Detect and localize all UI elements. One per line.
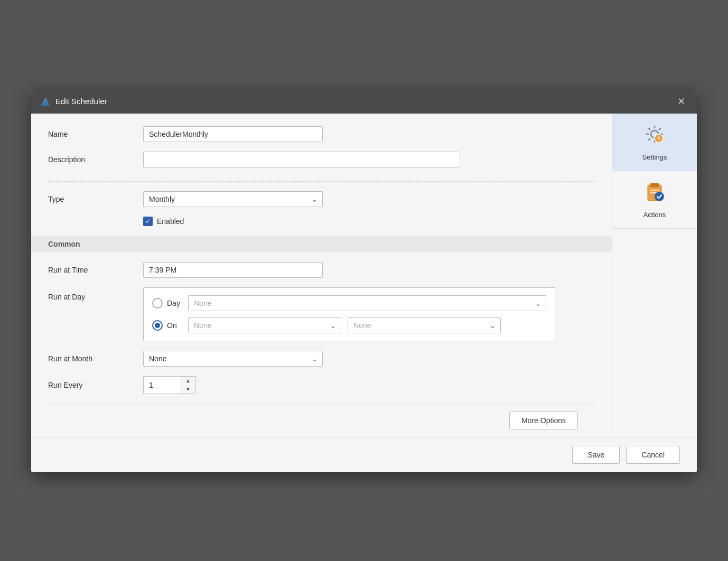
svg-point-18 xyxy=(655,192,664,201)
app-logo-icon xyxy=(40,96,51,107)
run-every-label: Run Every xyxy=(48,381,143,389)
main-content: Name Description Type Monthly Daily Week… xyxy=(31,114,612,437)
run-at-month-row: Run at Month None ⌄ xyxy=(48,351,595,367)
run-every-row: Run Every ▲ ▼ xyxy=(48,376,595,394)
radio-inner-dot xyxy=(155,323,160,328)
name-label: Name xyxy=(48,130,143,138)
on-none2-select-wrapper: None ⌄ xyxy=(348,317,501,333)
dialog-title: Edit Scheduler xyxy=(55,97,107,106)
sidebar-item-actions[interactable]: Actions xyxy=(612,171,697,229)
cancel-button[interactable]: Cancel xyxy=(626,446,680,464)
run-at-day-row: Run at Day Day None ⌄ xyxy=(48,287,595,341)
type-select[interactable]: Monthly Daily Weekly Hourly xyxy=(143,191,323,207)
enabled-label: Enabled xyxy=(157,217,184,226)
actions-icon xyxy=(643,181,666,208)
titlebar: Edit Scheduler ✕ xyxy=(31,89,697,114)
actions-label: Actions xyxy=(643,211,666,219)
description-input[interactable] xyxy=(143,152,460,167)
footer-actions: More Options xyxy=(48,404,595,437)
run-at-time-input[interactable] xyxy=(143,262,323,278)
dialog-footer: Save Cancel xyxy=(31,437,697,472)
name-row: Name xyxy=(48,126,595,142)
description-row: Description xyxy=(48,152,595,167)
titlebar-left: Edit Scheduler xyxy=(40,96,107,107)
on-none2-select[interactable]: None xyxy=(348,317,501,333)
type-select-wrapper: Monthly Daily Weekly Hourly ⌄ xyxy=(143,191,323,207)
checkmark-icon: ✓ xyxy=(145,218,151,225)
svg-line-7 xyxy=(648,128,650,130)
on-radio-row: On None ⌄ None ⌄ xyxy=(152,317,546,333)
run-every-input[interactable] xyxy=(144,378,181,392)
more-options-button[interactable]: More Options xyxy=(509,412,578,429)
run-at-month-label: Run at Month xyxy=(48,354,143,363)
settings-icon xyxy=(643,123,666,150)
description-label: Description xyxy=(48,155,143,164)
on-radio-button[interactable] xyxy=(152,320,163,331)
day-radio-button[interactable] xyxy=(152,298,163,308)
name-input[interactable] xyxy=(143,126,323,142)
sidebar: Settings Actions xyxy=(612,114,697,437)
dialog-body: Name Description Type Monthly Daily Week… xyxy=(31,114,697,437)
run-at-time-row: Run at Time xyxy=(48,262,595,278)
svg-line-10 xyxy=(648,138,650,141)
type-label: Type xyxy=(48,195,143,203)
on-none1-select-wrapper: None ⌄ xyxy=(188,317,341,333)
day-radio-label: Day xyxy=(167,299,188,307)
spinbox-up-button[interactable]: ▲ xyxy=(181,377,195,385)
common-section-header: Common xyxy=(31,236,612,253)
spinbox-arrows: ▲ ▼ xyxy=(181,377,195,394)
day-none-select-wrapper: None ⌄ xyxy=(188,295,546,311)
day-none-select[interactable]: None xyxy=(188,295,546,311)
run-at-month-select[interactable]: None xyxy=(143,351,323,367)
run-at-month-select-wrapper: None ⌄ xyxy=(143,351,323,367)
save-button[interactable]: Save xyxy=(572,446,620,464)
divider-1 xyxy=(48,181,595,182)
svg-rect-15 xyxy=(650,183,659,187)
type-row: Type Monthly Daily Weekly Hourly ⌄ xyxy=(48,191,595,207)
run-every-spinbox: ▲ ▼ xyxy=(143,376,196,394)
settings-label: Settings xyxy=(642,153,667,161)
on-radio-label: On xyxy=(167,321,188,330)
run-at-time-label: Run at Time xyxy=(48,266,143,274)
edit-scheduler-dialog: Edit Scheduler ✕ Name Description Type xyxy=(31,89,697,472)
run-at-day-box: Day None ⌄ On xyxy=(143,287,555,341)
enabled-checkbox[interactable]: ✓ xyxy=(143,217,153,226)
spinbox-down-button[interactable]: ▼ xyxy=(181,385,195,394)
sidebar-item-settings[interactable]: Settings xyxy=(612,114,697,171)
close-button[interactable]: ✕ xyxy=(674,96,688,107)
svg-line-9 xyxy=(659,128,661,130)
run-at-day-label: Run at Day xyxy=(48,287,143,301)
on-none1-select[interactable]: None xyxy=(188,317,341,333)
enabled-row: ✓ Enabled xyxy=(143,217,595,226)
day-radio-row: Day None ⌄ xyxy=(152,295,546,311)
